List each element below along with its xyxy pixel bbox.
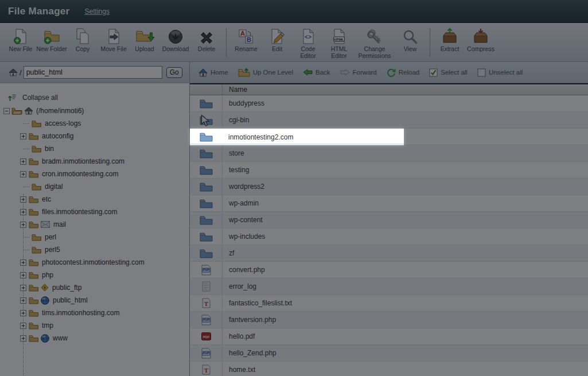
code-editor-icon: <>	[301, 28, 316, 44]
file-row-home-txt[interactable]: Thome.txt	[190, 362, 588, 376]
new-folder-icon	[44, 28, 60, 44]
code-editor-button[interactable]: <>Code Editor	[293, 27, 324, 60]
tree-item-perl[interactable]: perl	[0, 231, 189, 243]
html-editor-button[interactable]: HTMLHTML Editor	[324, 27, 355, 60]
nav-back[interactable]: Back	[303, 69, 330, 76]
tree-item-tmp[interactable]: tmp	[0, 319, 189, 332]
tree-item-public-ftp[interactable]: public_ftp	[0, 281, 189, 294]
expander-plus-icon	[20, 297, 26, 304]
file-row-store[interactable]: store	[190, 145, 588, 162]
file-row-error-log[interactable]: error_log	[190, 278, 588, 295]
folder-tan-icon	[29, 297, 38, 304]
file-row-testing[interactable]: testing	[190, 162, 588, 179]
up-level-icon	[238, 68, 250, 77]
download-button[interactable]: Download	[160, 27, 191, 52]
compress-button[interactable]: Compress	[465, 27, 496, 52]
file-row-wp-includes[interactable]: wp-includes	[190, 228, 588, 245]
back-arrow-icon	[303, 69, 313, 76]
nav-unselect-all[interactable]: Unselect all	[477, 68, 523, 77]
view-button[interactable]: View	[395, 27, 426, 60]
tree-root-home[interactable]: (/home/inmoti6)	[0, 104, 189, 117]
tree-item-label: cron.inmotiontesting.com	[42, 170, 118, 178]
copy-button[interactable]: Copy	[67, 27, 98, 52]
nav-forward[interactable]: Forward	[340, 69, 377, 76]
tree-item-etc[interactable]: etc	[0, 193, 189, 206]
file-row-wp-content[interactable]: wp-content	[190, 212, 588, 228]
file-row-zf[interactable]: zf	[190, 245, 588, 262]
toolbar-icon-wrap: HTML	[332, 27, 347, 44]
tree-item-tims-inmotionhosting-com[interactable]: tims.inmotionhosting.com	[0, 307, 189, 319]
nav-select-all[interactable]: Select all	[429, 68, 468, 77]
tree-item-public-html[interactable]: public_html	[0, 294, 189, 307]
file-name: home.txt	[223, 366, 255, 374]
folder-tan-icon	[32, 120, 41, 127]
file-icon-cell	[190, 278, 223, 294]
path-input[interactable]	[24, 66, 162, 79]
file-row-buddypress[interactable]: buddypress	[190, 95, 588, 112]
file-name: testing	[223, 166, 249, 174]
svg-text:<>: <>	[304, 34, 311, 41]
tree-item-php[interactable]: php	[0, 269, 189, 281]
file-row-cgi-bin[interactable]: cgi-bin	[190, 112, 588, 129]
svg-text:PDF: PDF	[203, 335, 209, 339]
file-icon-cell	[190, 228, 223, 245]
tree-item-files-inmotiontesting-com[interactable]: files.inmotiontesting.com	[0, 206, 189, 218]
file-log-icon	[202, 281, 211, 292]
tree-item-www[interactable]: www	[0, 332, 189, 344]
tree-stub	[23, 187, 29, 187]
file-row-hello-pdf[interactable]: PDFhello.pdf	[190, 328, 588, 345]
upload-button[interactable]: Upload	[129, 27, 160, 52]
compress-icon	[473, 28, 489, 44]
tree-item-digital[interactable]: digital	[0, 180, 189, 193]
nav-up-one-level[interactable]: Up One Level	[238, 68, 293, 77]
html-editor-icon: HTML	[332, 28, 347, 44]
settings-link[interactable]: Settings	[85, 7, 110, 15]
svg-text:B: B	[247, 36, 251, 43]
tree-item-mail[interactable]: mail	[0, 218, 189, 231]
new-file-button[interactable]: New File	[5, 27, 36, 52]
file-row-wordpress2[interactable]: wordpress2	[190, 179, 588, 195]
edit-icon	[269, 28, 285, 44]
tree-item-autoconfig[interactable]: autoconfig	[0, 130, 189, 142]
edit-button[interactable]: Edit	[262, 27, 293, 60]
tree-item-perl5[interactable]: perl5	[0, 243, 189, 256]
file-row-hello-zend-php[interactable]: PHPhello_Zend.php	[190, 345, 588, 362]
file-list-header[interactable]: Name	[190, 83, 588, 95]
tree-item-cron-inmotiontesting-com[interactable]: cron.inmotiontesting.com	[0, 168, 189, 180]
download-icon	[168, 29, 183, 44]
toolbar-button-label: Extract	[441, 45, 460, 52]
tree-item-label: digital	[45, 183, 63, 191]
highlighted-row-spotlight[interactable]: inmotiontesting2.com	[190, 129, 404, 145]
tree-item-bin[interactable]: bin	[0, 142, 189, 155]
tree-stub	[23, 149, 29, 149]
tree-item-label: access-logs	[45, 119, 81, 127]
tree-item-label: photocontest.inmotiontesting.com	[42, 258, 145, 266]
extract-icon	[442, 28, 458, 44]
file-row-wp-admin[interactable]: wp-admin	[190, 195, 588, 212]
new-folder-button[interactable]: New Folder	[36, 27, 67, 52]
delete-button[interactable]: Delete	[191, 27, 222, 52]
folder-tan-icon	[29, 284, 38, 292]
folder-tan-icon	[29, 170, 38, 178]
permissions-button[interactable]: Change Permissions	[355, 27, 395, 60]
name-column-header[interactable]: Name	[223, 86, 247, 94]
file-row-fantversion-php[interactable]: PHPfantversion.php	[190, 312, 588, 328]
nav-reload[interactable]: Reload	[387, 68, 419, 77]
nav-label: Select all	[441, 69, 468, 76]
rename-button[interactable]: ABRename	[231, 27, 262, 60]
toolbar-button-label: Rename	[235, 45, 258, 52]
folder-blue-icon	[200, 99, 213, 108]
app-header: File Manager Settings	[0, 0, 588, 23]
nav-home[interactable]: Home	[198, 68, 228, 77]
nav-label: Unselect all	[489, 69, 523, 76]
file-row-convert-php[interactable]: PHPconvert.php	[190, 262, 588, 278]
move-file-button[interactable]: Move File	[98, 27, 129, 52]
go-button[interactable]: Go	[166, 67, 182, 78]
extract-button[interactable]: Extract	[434, 27, 465, 52]
file-row-fantastico-fileslist-txt[interactable]: Tfantastico_fileslist.txt	[190, 295, 588, 312]
tree-item-access-logs[interactable]: access-logs	[0, 117, 189, 130]
collapse-all[interactable]: Collapse all	[0, 91, 189, 104]
tree-item-photocontest-inmotiontesting-com[interactable]: photocontest.inmotiontesting.com	[0, 256, 189, 269]
tree-item-bradm-inmotiontesting-com[interactable]: bradm.inmotiontesting.com	[0, 155, 189, 168]
file-name: wordpress2	[223, 183, 264, 191]
